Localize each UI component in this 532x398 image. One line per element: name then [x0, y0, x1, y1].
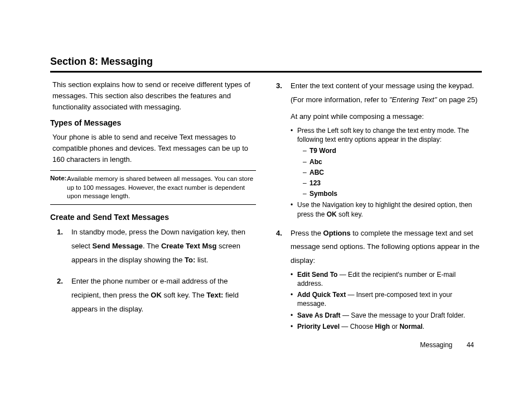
sb1-text: Press the Left soft key to change the te…: [297, 127, 469, 143]
sub-bullet-1: Press the Left soft key to change the te…: [291, 126, 482, 198]
o4-bold: Priority Level: [297, 323, 340, 330]
o4-text-a: — Choose: [340, 323, 375, 330]
note-box: Note: Available memory is shared between…: [50, 170, 256, 205]
opt1-label: T9 Word: [309, 147, 336, 155]
section-title: Section 8: Messaging: [50, 56, 482, 73]
o4-bold-high: High: [375, 323, 390, 330]
left-column: This section explains how to send or rec…: [50, 79, 256, 339]
option-add-quick-text: Add Quick Text — Insert pre-composed tex…: [291, 290, 482, 308]
footer-page-number: 44: [467, 341, 474, 349]
sb2-text-c: soft key.: [337, 210, 363, 218]
o3-bold: Save As Draft: [297, 311, 341, 319]
opt3-label: ABC: [309, 169, 324, 176]
o4-bold-normal: Normal: [399, 323, 422, 330]
step1-bold1: Send Message: [93, 242, 143, 250]
sb2-text-a: Use the Navigation key to highlight the …: [297, 201, 472, 218]
step3-italic: "Entering Text": [389, 95, 437, 104]
step-4: Press the Options to complete the messag…: [276, 227, 482, 331]
steps-list: In standby mode, press the Down navigati…: [57, 226, 256, 316]
sub-bullet-2: Use the Navigation key to highlight the …: [291, 200, 482, 218]
option-priority-level: Priority Level — Choose High or Normal.: [291, 322, 482, 331]
step4-text-a: Press the: [291, 229, 323, 237]
step3-subtext: At any point while composing a message:: [291, 110, 482, 124]
types-paragraph: Your phone is able to send and receive T…: [52, 132, 256, 165]
right-column: Enter the text content of your message u…: [276, 79, 482, 339]
content-columns: This section explains how to send or rec…: [50, 79, 482, 339]
o3-text: — Save the message to your Draft folder.: [341, 311, 465, 319]
step2-bold2: Text:: [206, 291, 223, 299]
step-1: In standby mode, press the Down navigati…: [57, 226, 256, 267]
opt-t9: T9 Word: [303, 146, 482, 155]
opt4-label: 123: [309, 179, 321, 187]
opt-symbols: Symbols: [303, 189, 482, 198]
step3-bullets: Press the Left soft key to change the te…: [291, 126, 482, 219]
steps-list-cont: Enter the text content of your message u…: [276, 79, 482, 331]
step2-bold1: OK: [151, 291, 162, 299]
step1-text-e: list.: [195, 256, 208, 264]
manual-page: Section 8: Messaging This section explai…: [0, 0, 532, 398]
subhead-types: Types of Messages: [50, 117, 256, 130]
option-save-as-draft: Save As Draft — Save the message to your…: [291, 311, 482, 320]
step1-bold2: Create Text Msg: [161, 242, 216, 250]
page-footer: Messaging 44: [420, 341, 474, 349]
step1-bold3: To:: [185, 256, 195, 264]
o4-text-c: or: [390, 323, 399, 330]
option-edit-send-to: Edit Send To — Edit the recipient's numb…: [291, 270, 482, 288]
o2-bold: Add Quick Text: [297, 291, 346, 299]
step-3: Enter the text content of your message u…: [276, 79, 482, 219]
step1-text-c: . The: [143, 242, 161, 250]
opt-123: 123: [303, 179, 482, 188]
intro-paragraph: This section explains how to send or rec…: [52, 79, 256, 113]
opt-abc-upper: ABC: [303, 168, 482, 177]
step4-condensed-block: Edit Send To — Edit the recipient's numb…: [291, 270, 482, 331]
opt5-label: Symbols: [309, 190, 337, 198]
o4-text-d: .: [423, 323, 424, 330]
opt2-label: Abc: [309, 158, 322, 166]
note-label: Note:: [50, 175, 66, 181]
options-list: Edit Send To — Edit the recipient's numb…: [291, 270, 482, 331]
note-body: Available memory is shared between all m…: [67, 175, 256, 201]
step3-text-b: on page 25): [437, 95, 477, 104]
step3-condensed-block: Press the Left soft key to change the te…: [291, 126, 482, 219]
step-2: Enter the phone number or e-mail address…: [57, 275, 256, 316]
subhead-create: Create and Send Text Messages: [50, 212, 256, 224]
step2-text-c: soft key. The: [162, 291, 206, 299]
sb2-bold: OK: [327, 210, 337, 218]
o1-bold: Edit Send To: [297, 271, 337, 279]
text-mode-options: T9 Word Abc ABC 123 Symbols: [303, 146, 482, 198]
footer-section: Messaging: [420, 341, 452, 349]
step4-bold: Options: [323, 229, 351, 237]
opt-abc-mixed: Abc: [303, 157, 482, 166]
